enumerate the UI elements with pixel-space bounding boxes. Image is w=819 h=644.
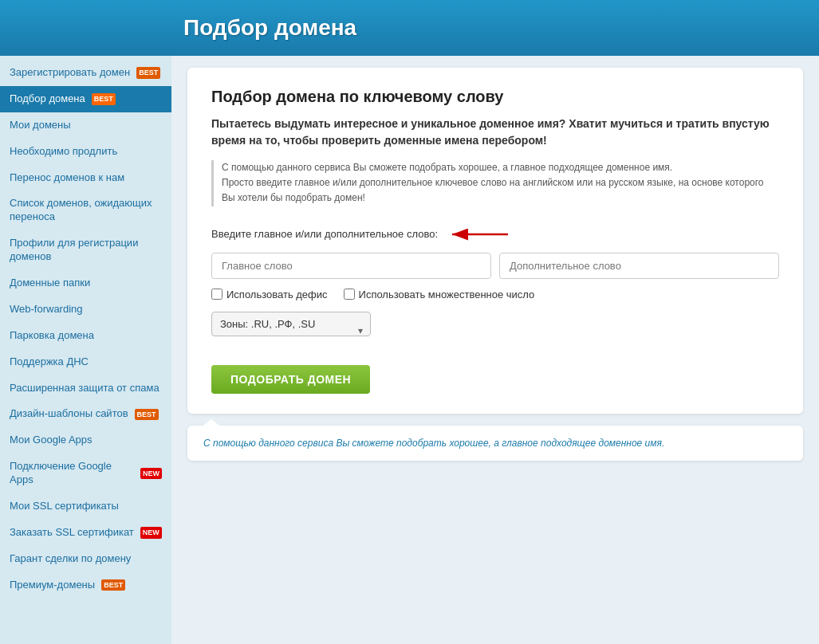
sidebar-item-parking[interactable]: Парковка домена [0,323,171,349]
red-arrow-icon [448,222,512,246]
sidebar-item-label-premium: Премиум-домены [10,579,95,592]
sidebar-item-label-folders: Доменные папки [10,277,90,290]
sidebar-item-label-renew: Необходимо продлить [10,145,117,159]
layout: Зарегистрировать доменBESTПодбор доменаB… [0,56,819,644]
sidebar-item-label-register: Зарегистрировать домен [10,66,130,80]
sidebar-item-profiles[interactable]: Профили для регистрации доменов [0,230,171,270]
zone-select[interactable]: Зоны: .RU, .РФ, .SUЗоны: .COM, .NET, .OR… [211,312,371,336]
sidebar-item-label-pick: Подбор домена [10,92,85,106]
sidebar-item-label-googleapps: Мои Google Apps [10,434,93,447]
page-title: Подбор домена [183,15,356,41]
sidebar-item-spam[interactable]: Расширенная защита от спама [0,375,171,402]
sidebar-badge-premium: BEST [101,579,125,591]
sidebar-item-label-ssl: Мои SSL сертификаты [10,500,119,513]
sidebar-item-design[interactable]: Дизайн-шаблоны сайтовBEST [0,401,171,427]
sidebar-item-googleapps[interactable]: Мои Google Apps [0,427,171,454]
sidebar-item-label-deal: Гарант сделки по домену [10,552,131,566]
sidebar-item-label-sslorder: Заказать SSL сертификат [10,526,134,540]
sidebar-item-label-spam: Расширенная защита от спама [10,382,159,395]
sidebar-item-dns[interactable]: Поддержка ДНС [0,349,171,375]
sidebar-item-ssl[interactable]: Мои SSL сертификаты [0,493,171,520]
sidebar-item-label-transfer: Перенос доменов к нам [10,171,124,185]
submit-button[interactable]: ПОДОБРАТЬ ДОМЕН [211,365,370,394]
sidebar-item-label-parking: Парковка домена [10,329,94,343]
card-title: Подбор домена по ключевому слову [211,88,779,106]
sidebar-item-webforward[interactable]: Web-forwarding [0,296,171,323]
sidebar-badge-pick: BEST [92,93,116,105]
inputs-row [211,253,779,279]
sidebar-badge-design: BEST [135,409,159,421]
main-word-input[interactable] [211,253,491,279]
sidebar-badge-register: BEST [136,67,160,79]
card-description: С помощью данного сервиса Вы сможете под… [211,160,779,206]
zone-select-wrapper: Зоны: .RU, .РФ, .SUЗоны: .COM, .NET, .OR… [211,312,371,351]
checkbox-hyphen-text: Использовать дефис [226,289,328,300]
checkbox-hyphen-label[interactable]: Использовать дефис [211,289,328,300]
sidebar-item-mydomains[interactable]: Мои домены [0,112,171,139]
sidebar-item-premium[interactable]: Премиум-доменыBEST [0,572,171,599]
sidebar-item-label-design: Дизайн-шаблоны сайтов [10,407,128,421]
main-content: Подбор домена по ключевому слову Пытаете… [171,56,819,644]
sidebar-item-register[interactable]: Зарегистрировать доменBEST [0,60,171,86]
sidebar-item-sslorder[interactable]: Заказать SSL сертификатNEW [0,520,171,546]
checkboxes-row: Использовать дефис Использовать множеств… [211,289,779,300]
sidebar-item-label-webforward: Web-forwarding [10,303,83,316]
sidebar-item-googleappsconnect[interactable]: Подключение Google AppsNEW [0,454,171,493]
sidebar-item-label-dns: Поддержка ДНС [10,355,89,369]
card-subtitle: Пытаетесь выдумать интересное и уникальн… [211,116,779,149]
form-label-row: Введите главное и/или дополнительное сло… [211,222,779,246]
info-card: С помощью данного сервиса Вы сможете под… [187,426,803,461]
form-label-text: Введите главное и/или дополнительное сло… [211,228,438,240]
sidebar-item-folders[interactable]: Доменные папки [0,270,171,296]
checkbox-hyphen[interactable] [211,289,222,300]
sidebar-item-waiting[interactable]: Список доменов, ожидающих переноса [0,190,171,230]
sidebar-badge-googleappsconnect: NEW [140,468,162,480]
sidebar-badge-sslorder: NEW [140,527,162,539]
sidebar: Зарегистрировать доменBESTПодбор доменаB… [0,56,171,644]
sidebar-item-transfer[interactable]: Перенос доменов к нам [0,165,171,191]
info-card-text: С помощью данного сервиса Вы сможете под… [203,438,664,449]
additional-word-input[interactable] [499,253,779,279]
sidebar-item-label-googleappsconnect: Подключение Google Apps [10,460,134,487]
sidebar-item-label-waiting: Список доменов, ожидающих переноса [10,197,162,224]
checkbox-plural-text: Использовать множественное число [359,289,535,300]
checkbox-plural[interactable] [344,289,355,300]
sidebar-item-pick[interactable]: Подбор доменаBEST [0,86,171,112]
main-card: Подбор домена по ключевому слову Пытаете… [187,68,803,414]
sidebar-item-label-profiles: Профили для регистрации доменов [10,237,162,264]
sidebar-item-deal[interactable]: Гарант сделки по домену [0,546,171,572]
card-desc-line1: С помощью данного сервиса Вы сможете под… [222,162,672,173]
sidebar-item-label-mydomains: Мои домены [10,119,71,132]
sidebar-item-renew[interactable]: Необходимо продлить [0,139,171,165]
header: Подбор домена [0,0,819,56]
card-desc-line2: Просто введите главное и/или дополнитель… [222,177,764,203]
checkbox-plural-label[interactable]: Использовать множественное число [344,289,535,300]
